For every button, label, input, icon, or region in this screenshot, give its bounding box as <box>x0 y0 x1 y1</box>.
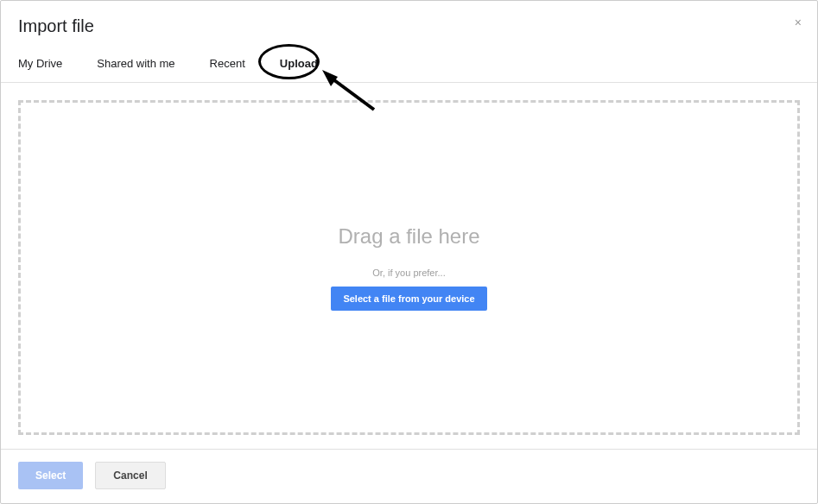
tab-shared-with-me[interactable]: Shared with me <box>97 47 174 82</box>
cancel-button[interactable]: Cancel <box>95 462 165 489</box>
dropzone-container: Drag a file here Or, if you prefer... Se… <box>1 83 817 445</box>
dialog-header: Import file × <box>1 1 817 47</box>
drag-instruction: Drag a file here <box>338 224 479 249</box>
tab-upload[interactable]: Upload <box>280 47 318 82</box>
close-button[interactable]: × <box>795 16 802 28</box>
tab-my-drive[interactable]: My Drive <box>18 47 62 82</box>
select-button[interactable]: Select <box>18 462 83 489</box>
tabs: My Drive Shared with me Recent Upload <box>1 47 817 83</box>
select-file-button[interactable]: Select a file from your device <box>331 287 486 311</box>
dropzone[interactable]: Drag a file here Or, if you prefer... Se… <box>18 100 800 435</box>
dialog-footer: Select Cancel <box>1 449 817 503</box>
prefer-text: Or, if you prefer... <box>372 268 445 278</box>
tab-recent[interactable]: Recent <box>210 47 245 82</box>
dialog-title: Import file <box>18 16 800 36</box>
close-icon: × <box>795 16 802 29</box>
